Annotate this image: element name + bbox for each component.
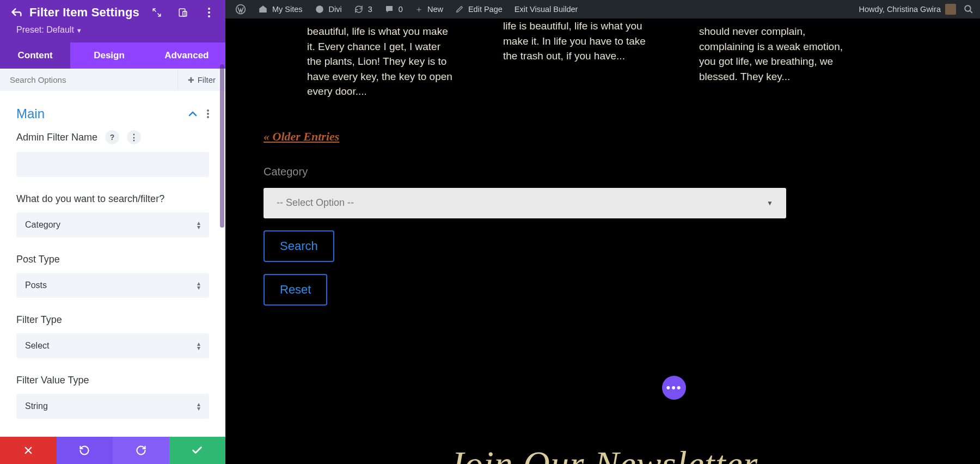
category-dropdown[interactable]: -- Select Option -- ▼ bbox=[264, 188, 786, 218]
chevron-sort-icon: ▴▾ bbox=[197, 221, 200, 229]
search-target-label: What do you want to search/filter? bbox=[16, 193, 164, 205]
category-filter-label: Category bbox=[264, 166, 942, 178]
field-menu-icon[interactable]: ⋮ bbox=[127, 130, 141, 144]
filter-type-select[interactable]: Select ▴▾ bbox=[16, 333, 209, 358]
panel-scroll-thumb[interactable] bbox=[220, 64, 224, 228]
site-link[interactable]: Divi bbox=[315, 4, 342, 14]
plus-icon: ✚ bbox=[188, 76, 194, 84]
chevron-down-icon: ▼ bbox=[767, 199, 773, 207]
edit-page-link[interactable]: Edit Page bbox=[455, 5, 503, 14]
field-filter-type: Filter Type Select ▴▾ bbox=[16, 314, 209, 358]
svg-point-10 bbox=[965, 5, 971, 11]
svg-point-5 bbox=[207, 109, 209, 112]
preview-content: beautiful, life is what you make it. Eve… bbox=[225, 19, 980, 464]
field-admin-filter-name: Admin Filter Name ? ⋮ bbox=[16, 130, 209, 177]
chevron-sort-icon: ▴▾ bbox=[197, 402, 200, 411]
tab-advanced[interactable]: Advanced bbox=[148, 42, 225, 69]
panel-menu-icon[interactable] bbox=[204, 7, 215, 18]
post-excerpt: beautiful, life is what you make it. Eve… bbox=[307, 24, 454, 99]
panel-title: Filter Item Settings bbox=[29, 5, 144, 20]
updates-link[interactable]: 3 bbox=[354, 4, 372, 14]
filter-toggle-button[interactable]: ✚ Filter bbox=[177, 70, 225, 90]
newsletter-heading: Join Our Newsletter bbox=[225, 443, 980, 464]
section-title: Main bbox=[16, 106, 45, 121]
field-search-target: What do you want to search/filter? Categ… bbox=[16, 193, 209, 237]
filter-value-type-select[interactable]: String ▴▾ bbox=[16, 394, 209, 419]
post-excerpt: life is beautiful, life is what you make… bbox=[503, 19, 650, 99]
svg-point-2 bbox=[208, 8, 210, 10]
older-entries-link[interactable]: « Older Entries bbox=[264, 130, 339, 144]
svg-point-9 bbox=[316, 5, 323, 13]
search-button[interactable]: Search bbox=[264, 230, 334, 262]
svg-rect-0 bbox=[179, 9, 185, 16]
svg-point-4 bbox=[208, 15, 210, 17]
field-filter-value-type: Filter Value Type String ▴▾ bbox=[16, 375, 209, 419]
filter-type-label: Filter Type bbox=[16, 314, 62, 326]
exit-visual-builder-link[interactable]: Exit Visual Builder bbox=[514, 5, 578, 14]
responsive-icon[interactable] bbox=[177, 7, 188, 18]
undo-button[interactable] bbox=[57, 437, 113, 464]
discard-button[interactable] bbox=[0, 437, 57, 464]
post-excerpt: should never complain, complaining is a … bbox=[699, 24, 846, 99]
settings-panel: Filter Item Settings Preset: Default▼ Co… bbox=[0, 0, 225, 464]
chevron-sort-icon: ▴▾ bbox=[197, 281, 200, 290]
chevron-sort-icon: ▴▾ bbox=[197, 341, 200, 350]
wp-logo-icon[interactable] bbox=[235, 4, 246, 15]
avatar bbox=[945, 4, 956, 15]
plus-icon: ＋ bbox=[415, 4, 423, 15]
my-sites-link[interactable]: My Sites bbox=[258, 4, 303, 14]
reset-button[interactable]: Reset bbox=[264, 274, 327, 306]
admin-filter-name-input[interactable] bbox=[16, 152, 209, 177]
field-post-type: Post Type Posts ▴▾ bbox=[16, 254, 209, 298]
comments-link[interactable]: 0 bbox=[384, 4, 403, 14]
tab-content[interactable]: Content bbox=[0, 42, 70, 69]
options-search-row: ✚ Filter bbox=[0, 69, 225, 91]
options-search-input[interactable] bbox=[0, 69, 177, 91]
posts-row: beautiful, life is what you make it. Eve… bbox=[264, 19, 942, 99]
howdy-user[interactable]: Howdy, Christina Gwira bbox=[859, 4, 956, 15]
save-button[interactable] bbox=[169, 437, 226, 464]
filter-value-type-label: Filter Value Type bbox=[16, 375, 89, 386]
redo-button[interactable] bbox=[113, 437, 169, 464]
back-icon[interactable] bbox=[11, 7, 22, 18]
adminbar-search-icon[interactable] bbox=[964, 4, 973, 14]
form-body: Admin Filter Name ? ⋮ What do you want t… bbox=[0, 125, 225, 464]
divi-fab-button[interactable]: ••• bbox=[662, 376, 686, 400]
panel-scrollbar[interactable] bbox=[220, 64, 224, 436]
collapse-icon[interactable] bbox=[188, 111, 197, 117]
section-header-main[interactable]: Main bbox=[0, 91, 225, 125]
new-link[interactable]: ＋ New bbox=[415, 4, 443, 15]
preset-selector[interactable]: Preset: Default▼ bbox=[0, 25, 225, 42]
post-type-select[interactable]: Posts ▴▾ bbox=[16, 273, 209, 298]
tab-design[interactable]: Design bbox=[70, 42, 148, 69]
wp-admin-bar: My Sites Divi 3 0 ＋ New Edit Page bbox=[225, 0, 980, 19]
admin-filter-name-label: Admin Filter Name bbox=[16, 132, 97, 143]
expand-icon[interactable] bbox=[151, 7, 162, 18]
svg-point-3 bbox=[208, 11, 210, 14]
help-icon[interactable]: ? bbox=[105, 130, 119, 144]
post-type-label: Post Type bbox=[16, 254, 60, 265]
search-target-select[interactable]: Category ▴▾ bbox=[16, 212, 209, 237]
panel-header: Filter Item Settings Preset: Default▼ bbox=[0, 0, 225, 42]
tabs: Content Design Advanced bbox=[0, 42, 225, 69]
panel-action-bar bbox=[0, 437, 225, 464]
page-preview: My Sites Divi 3 0 ＋ New Edit Page bbox=[225, 0, 980, 464]
svg-point-6 bbox=[207, 113, 209, 115]
section-menu-icon[interactable] bbox=[207, 109, 209, 118]
svg-point-7 bbox=[207, 116, 209, 118]
